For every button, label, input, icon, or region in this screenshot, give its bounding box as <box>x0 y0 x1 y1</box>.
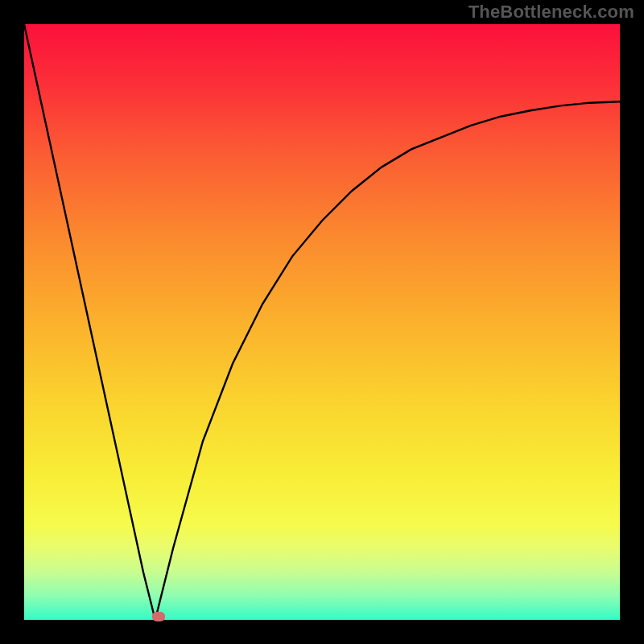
plot-area <box>24 24 620 620</box>
bottleneck-curve <box>24 24 620 620</box>
chart-frame: TheBottleneck.com <box>0 0 644 644</box>
watermark-text: TheBottleneck.com <box>469 2 634 23</box>
optimal-point-marker <box>152 612 165 621</box>
